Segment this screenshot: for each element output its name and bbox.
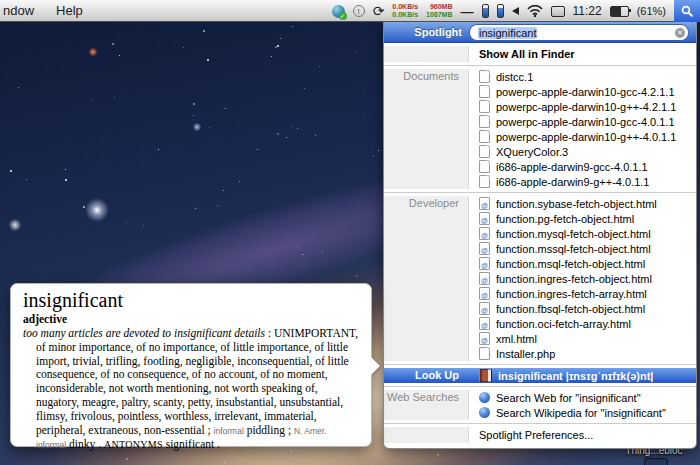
clock[interactable]: 11:22	[573, 4, 602, 18]
doc-icon	[479, 115, 490, 128]
result-row[interactable]: XQueryColor.3	[384, 144, 696, 159]
result-row[interactable]: powerpc-apple-darwin10-gcc-4.2.1.1	[384, 84, 696, 99]
dictionary-word: insignificant	[23, 289, 359, 312]
html-icon	[479, 212, 490, 225]
category-label	[384, 346, 469, 361]
result-row[interactable]: function.oci-fetch-array.html	[384, 316, 696, 331]
star	[378, 150, 379, 151]
result-row[interactable]: xml.html	[384, 331, 696, 346]
result-row[interactable]: function.fbsql-fetch-object.html	[384, 301, 696, 316]
star	[18, 87, 19, 88]
spotlight-preferences-row[interactable]: Spotlight Preferences...	[384, 423, 696, 443]
result-content: function.mysql-fetch-object.html	[469, 227, 651, 240]
spotlight-search-input[interactable]: insignificant ✕	[469, 24, 689, 41]
minimize-menu-icon[interactable]: —	[461, 4, 474, 19]
result-row[interactable]: function.ingres-fetch-array.html	[384, 286, 696, 301]
result-label: function.msql-fetch-object.html	[496, 258, 645, 270]
star	[223, 190, 224, 191]
category-label: Web Searches	[384, 390, 469, 405]
show-all-row[interactable]: Show All in Finder	[384, 46, 696, 62]
category-label	[384, 144, 469, 159]
star	[143, 225, 144, 226]
star	[203, 30, 205, 32]
spotlight-results: Show All in Finder Documentsdistcc.1powe…	[384, 43, 696, 448]
result-content: function.ingres-fetch-object.html	[469, 272, 652, 285]
wifi-icon[interactable]	[527, 5, 543, 17]
menu-window-partial[interactable]: ndow	[3, 3, 34, 18]
category-label: Documents	[384, 69, 469, 84]
star	[112, 43, 114, 45]
refresh-menu-icon[interactable]: ⟳	[373, 4, 385, 18]
result-row[interactable]: Web SearchesSearch Web for "insignifican…	[384, 390, 696, 405]
star	[209, 127, 210, 128]
result-row[interactable]: Installer.php	[384, 346, 696, 361]
battery-percent: (61%)	[637, 5, 666, 17]
result-label: xml.html	[496, 333, 537, 345]
software-update-icon[interactable]: !	[353, 5, 365, 17]
category-label	[384, 114, 469, 129]
section-separator	[384, 364, 696, 365]
show-all-label: Show All in Finder	[469, 48, 575, 60]
menu-bar-menus: ndow Help	[0, 3, 83, 18]
globe-icon	[479, 407, 490, 418]
category-label	[384, 84, 469, 99]
star	[292, 26, 293, 27]
slot-icon[interactable]	[497, 4, 504, 18]
volume-icon[interactable]	[512, 7, 519, 15]
category-spacer	[384, 46, 469, 62]
result-row[interactable]: i686-apple-darwin9-g++-4.0.1.1	[384, 174, 696, 189]
result-row[interactable]: Developerfunction.sybase-fetch-object.ht…	[384, 196, 696, 211]
result-row[interactable]: function.mysql-fetch-object.html	[384, 226, 696, 241]
html-icon	[479, 287, 490, 300]
result-row[interactable]: function.pg-fetch-object.html	[384, 211, 696, 226]
result-row[interactable]: powerpc-apple-darwin10-g++-4.0.1.1	[384, 129, 696, 144]
display-menu-icon[interactable]	[551, 6, 565, 17]
dictionary-popup: insignificant adjective too many article…	[10, 283, 372, 447]
result-label: powerpc-apple-darwin10-gcc-4.2.1.1	[496, 86, 675, 98]
menu-bar: ndow Help ! ⟳ 0.0KB/s 0.0KB/s 960MB 1087…	[0, 0, 700, 22]
category-label	[384, 301, 469, 316]
section-separator	[384, 386, 696, 387]
result-row[interactable]: function.ingres-fetch-object.html	[384, 271, 696, 286]
star	[195, 208, 196, 209]
star	[286, 137, 287, 138]
memory-readout: 960MB 1087MB	[426, 3, 452, 19]
result-label: powerpc-apple-darwin10-g++-4.0.1.1	[496, 131, 676, 143]
result-label: function.mysql-fetch-object.html	[496, 228, 651, 240]
partial-desktop-icon[interactable]	[644, 458, 668, 465]
result-row[interactable]: i686-apple-darwin9-gcc-4.0.1.1	[384, 159, 696, 174]
star	[65, 169, 66, 170]
star	[356, 276, 357, 277]
html-icon	[479, 227, 490, 240]
result-row[interactable]: Documentsdistcc.1	[384, 69, 696, 84]
clear-search-icon[interactable]: ✕	[675, 28, 685, 38]
doc-icon	[479, 70, 490, 83]
spotlight-preferences-label: Spotlight Preferences...	[469, 429, 593, 441]
category-label	[384, 405, 469, 420]
result-row[interactable]: function.msql-fetch-object.html	[384, 256, 696, 271]
menu-help[interactable]: Help	[56, 3, 83, 18]
result-row[interactable]: Look Upinsignificant |ɪnsɪgˈnɪfɪk(ə)nt|	[384, 368, 696, 383]
result-label: powerpc-apple-darwin10-g++-4.2.1.1	[496, 101, 676, 113]
dict-icon	[479, 369, 492, 382]
star	[239, 181, 240, 182]
section-separator	[384, 192, 696, 193]
result-row[interactable]: powerpc-apple-darwin10-gcc-4.0.1.1	[384, 114, 696, 129]
star	[91, 99, 92, 100]
battery-icon	[610, 6, 629, 17]
category-label	[384, 286, 469, 301]
category-label	[384, 241, 469, 256]
sync-app-icon[interactable]	[332, 5, 345, 18]
result-row[interactable]: powerpc-apple-darwin10-g++-4.2.1.1	[384, 99, 696, 114]
slot-icon[interactable]	[482, 4, 489, 18]
spotlight-menu-button[interactable]	[674, 0, 700, 22]
star	[225, 108, 226, 109]
result-row[interactable]: function.mssql-fetch-object.html	[384, 241, 696, 256]
html-icon	[479, 257, 490, 270]
star	[257, 149, 258, 150]
result-content: Search Web for "insignificant"	[469, 392, 641, 404]
result-label: function.mssql-fetch-object.html	[496, 243, 651, 255]
star	[292, 126, 293, 127]
part-of-speech: adjective	[23, 313, 359, 325]
result-row[interactable]: Search Wikipedia for "insignificant"	[384, 405, 696, 420]
